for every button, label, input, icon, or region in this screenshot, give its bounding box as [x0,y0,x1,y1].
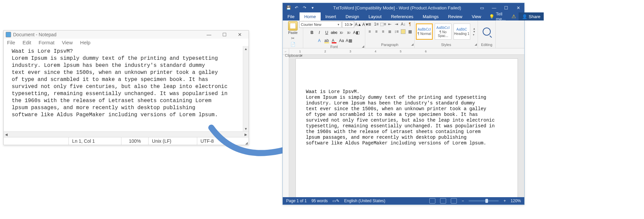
ribbon-options-icon[interactable]: ▭ [476,3,488,12]
tab-file[interactable]: File [283,12,300,20]
copy-icon[interactable]: 📄 [290,42,296,47]
horizontal-ruler[interactable]: 1 2 3 4 5 6 [289,48,524,55]
bold-button[interactable]: B [309,29,315,36]
sort-icon[interactable]: A↓ [400,21,406,27]
notepad-titlebar: Document - Notepad — ☐ ✕ [4,31,249,39]
zoom-level[interactable]: 120% [511,199,521,203]
italic-button[interactable]: I [316,29,323,36]
status-page[interactable]: Page 1 of 1 [286,199,307,203]
align-left-icon[interactable]: ≡ [367,29,373,35]
bullets-icon[interactable]: ≣ [367,21,373,27]
styles-gallery-more[interactable]: ▲▼▾ [472,27,476,36]
minimize-button[interactable]: — [202,31,216,38]
quick-access-toolbar: 💾 ↶ ↷ ▾ [283,5,318,11]
tab-references[interactable]: References [386,12,418,20]
font-name-combo[interactable]: Courier New▼ [299,21,341,28]
undo-icon[interactable]: ↶ [293,5,300,11]
notepad-icon [6,32,11,37]
menu-edit[interactable]: Edit [22,40,31,45]
menu-help[interactable]: Help [80,40,91,45]
ribbon-group-font: Courier New▼ 10.5▼ A▲ A▼ B I U abc x2 [303,20,365,48]
paste-button[interactable]: Paste [286,21,299,35]
grow-font-icon[interactable]: A▲ [355,21,362,28]
read-mode-icon[interactable] [429,198,435,204]
word-close-button[interactable]: ✕ [512,3,524,12]
numbering-icon[interactable]: 1≡ [373,21,379,27]
ribbon-group-styles: AaBbCcI ¶ Normal AaBbCcI ¶ No Spac... Aa… [415,20,478,48]
underline-button[interactable]: U [323,29,330,36]
print-layout-icon[interactable] [440,198,446,204]
font-size-combo[interactable]: 10.5▼ [342,21,354,28]
word-titlebar: 💾 ↶ ↷ ▾ TxtToWord [Compatibility Mode] -… [283,3,524,12]
document-text[interactable]: Waat is Lore IpsvM. Lorem Ipsum is simpl… [306,89,507,146]
subscript-button[interactable]: x2 [338,29,345,36]
highlight-color-button[interactable]: ab [323,37,330,44]
zoom-in-icon[interactable]: + [503,199,506,203]
redo-icon[interactable]: ↷ [302,5,308,11]
scroll-up-icon[interactable]: ▲ [243,46,249,51]
change-case-icon[interactable]: Aa [338,37,345,44]
menu-view[interactable]: View [62,40,73,45]
document-area[interactable]: Waat is Lore IpsvM. Lorem Ipsum is simpl… [289,55,524,197]
maximize-button[interactable]: ☐ [218,31,231,38]
increase-indent-icon[interactable]: ⇥ [393,21,399,27]
character-shading-icon[interactable]: A▦ [345,37,352,44]
zoom-slider[interactable] [469,200,499,202]
lightbulb-icon: 💡 [489,14,494,19]
styles-dialog-launcher[interactable]: ◢ [475,43,477,46]
notepad-title: Document - Notepad [13,32,56,37]
tab-view[interactable]: View [467,12,486,20]
web-layout-icon[interactable] [451,198,457,204]
style-no-spacing[interactable]: AaBbCcI ¶ No Spac... [435,24,451,40]
status-wordcount[interactable]: 95 words [311,199,328,203]
notepad-vertical-scrollbar[interactable]: ▲ ▼ [243,46,249,131]
decrease-indent-icon[interactable]: ⇤ [387,21,393,27]
share-icon: 👤 [522,14,527,19]
style-normal[interactable]: AaBbCcI ¶ Normal [416,24,433,40]
menu-file[interactable]: File [7,40,15,45]
activation-warning-icon[interactable]: ⚠ [509,12,519,20]
notepad-text-area[interactable]: Waat is Lore IpsvM? Lorem Ipsum is simpl… [4,46,249,131]
text-effects-icon[interactable]: A [316,37,323,44]
line-spacing-icon[interactable]: ↕≡ [393,29,399,35]
qat-customize-icon[interactable]: ▾ [310,5,316,11]
tab-review[interactable]: Review [443,12,467,20]
zoom-out-icon[interactable]: − [462,199,464,203]
strikethrough-button[interactable]: abc [331,29,337,36]
multilevel-list-icon[interactable]: ⬚≡ [380,21,386,27]
shading-icon[interactable] [400,29,406,35]
ribbon-group-paragraph: ≣ 1≡ ⬚≡ ⇤ ⇥ A↓ ¶ ≡ ≡ ≡ ≣ ↕≡ [365,20,415,48]
tab-mailings[interactable]: Mailings [418,12,443,20]
paragraph-dialog-launcher[interactable]: ◢ [411,43,414,46]
share-button[interactable]: 👤 Share [519,12,544,20]
tab-home[interactable]: Home [300,12,321,20]
cut-icon[interactable]: ✂ [290,36,296,41]
font-dialog-launcher[interactable]: ◢ [362,45,364,48]
scroll-left-icon[interactable]: ◀ [5,133,8,136]
ribbon: Paste ✂ 📄 🖌 Clipboard◢ Courier New▼ [283,20,524,48]
show-marks-icon[interactable]: ¶ [407,21,413,27]
justify-icon[interactable]: ≣ [387,29,393,35]
tab-design[interactable]: Design [341,12,364,20]
borders-icon[interactable]: ▦ [407,29,413,35]
ribbon-tabs: File Home Insert Design Layout Reference… [283,12,524,20]
tell-me-search[interactable]: 💡 Tell me... [486,12,509,20]
menu-format[interactable]: Format [39,40,55,45]
align-center-icon[interactable]: ≡ [373,29,379,35]
style-heading-1[interactable]: AaBbC Heading 1 [453,24,470,40]
save-icon[interactable]: 💾 [285,5,291,11]
proofing-icon[interactable]: ▭✎ [332,199,339,203]
word-minimize-button[interactable]: — [488,3,500,12]
clear-formatting-icon[interactable]: A◧ [353,29,360,36]
align-right-icon[interactable]: ≡ [380,29,386,35]
vertical-ruler[interactable]: ⌐ [283,48,289,197]
tab-insert[interactable]: Insert [321,12,341,20]
status-language[interactable]: English (United States) [344,199,385,203]
font-color-button[interactable]: A [331,37,337,44]
word-maximize-button[interactable]: ☐ [500,3,512,12]
tab-layout[interactable]: Layout [364,12,386,20]
find-icon[interactable] [483,28,491,36]
superscript-button[interactable]: x2 [345,29,352,36]
close-button[interactable]: ✕ [233,31,247,38]
clipboard-dialog-launcher[interactable]: ◢ [300,53,302,57]
